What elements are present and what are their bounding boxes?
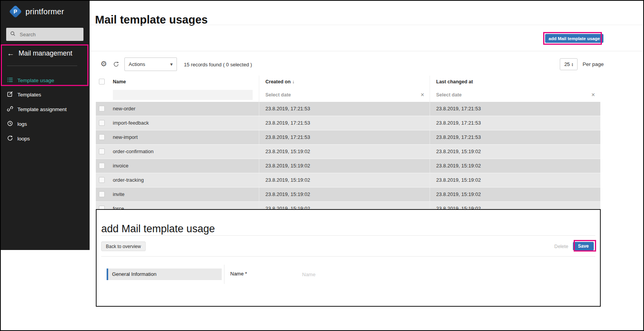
list-icon bbox=[7, 77, 13, 84]
sidebar-item-label: loops bbox=[17, 136, 30, 142]
row-changed: 23.8.2019, 17:21:53 bbox=[430, 102, 600, 116]
table-row[interactable]: import-feedback 23.8.2019, 17:21:53 23.8… bbox=[96, 116, 600, 130]
records-count-text: 15 records found ( 0 selected ) bbox=[184, 62, 252, 68]
row-created: 23.8.2019, 15:19:02 bbox=[259, 173, 430, 187]
row-name: invoice bbox=[109, 159, 259, 173]
row-checkbox[interactable] bbox=[99, 191, 105, 197]
column-header-name[interactable]: Name bbox=[109, 76, 259, 88]
table-row[interactable]: new-order 23.8.2019, 17:21:53 23.8.2019,… bbox=[96, 102, 600, 116]
clear-date-icon[interactable]: × bbox=[591, 92, 595, 98]
edit-icon bbox=[7, 91, 13, 98]
name-filter-input[interactable] bbox=[113, 90, 253, 100]
brand-name: printformer bbox=[25, 7, 64, 16]
table-filter-row: Select date × Select date × bbox=[96, 88, 600, 102]
sidebar-item-label: Templates bbox=[17, 92, 41, 98]
sidebar-item-label: Template usage bbox=[17, 78, 54, 83]
row-name: invite bbox=[109, 187, 259, 201]
row-checkbox[interactable] bbox=[99, 106, 105, 111]
date-filter-placeholder: Select date bbox=[265, 92, 291, 98]
back-arrow-icon: ← bbox=[7, 50, 14, 57]
modal-title: add Mail template usage bbox=[101, 223, 215, 235]
date-filter-placeholder: Select date bbox=[436, 92, 462, 98]
sort-desc-icon: ↓ bbox=[292, 79, 294, 84]
per-page-value: 25 bbox=[564, 61, 570, 67]
sidebar-item-templates[interactable]: Templates bbox=[7, 91, 41, 98]
row-changed: 23.8.2019, 15:19:02 bbox=[430, 145, 600, 159]
tab-general-information[interactable]: General Information bbox=[107, 269, 222, 280]
search-icon bbox=[10, 31, 15, 38]
last-changed-date-filter[interactable]: Select date × bbox=[430, 88, 600, 102]
column-header-last-changed[interactable]: Last changed at bbox=[430, 76, 600, 88]
row-created: 23.8.2019, 17:21:53 bbox=[259, 116, 430, 130]
name-field-label: Name * bbox=[230, 271, 247, 277]
modal-vertical-divider bbox=[224, 265, 224, 284]
table-row[interactable]: new-import 23.8.2019, 17:21:53 23.8.2019… bbox=[96, 130, 600, 145]
modal-divider bbox=[101, 256, 595, 257]
row-checkbox[interactable] bbox=[99, 134, 105, 140]
per-page-select[interactable]: 25 ▴▾ bbox=[560, 58, 578, 70]
row-checkbox[interactable] bbox=[99, 149, 105, 154]
row-name: new-order bbox=[109, 102, 259, 116]
brand: P printformer bbox=[11, 7, 64, 16]
toolbar-divider bbox=[90, 51, 643, 51]
sidebar-item-template-assignment[interactable]: Template assignment bbox=[7, 106, 67, 113]
add-mail-template-usage-modal: add Mail template usage Back to overview… bbox=[96, 209, 601, 307]
actions-dropdown[interactable]: Actions ▾ bbox=[124, 57, 177, 71]
row-created: 23.8.2019, 17:21:53 bbox=[259, 130, 430, 144]
sidebar-item-logs[interactable]: logs bbox=[7, 120, 27, 128]
row-checkbox[interactable] bbox=[99, 177, 105, 183]
row-created: 23.8.2019, 17:21:53 bbox=[259, 102, 430, 116]
back-label: Mail management bbox=[19, 49, 72, 57]
back-to-mail-management[interactable]: ← Mail management bbox=[7, 49, 72, 57]
sidebar-search[interactable] bbox=[6, 28, 83, 41]
sidebar-divider bbox=[7, 66, 77, 66]
per-page-label: Per page bbox=[583, 61, 604, 67]
stepper-icon: ▴▾ bbox=[572, 62, 573, 66]
sidebar-item-label: logs bbox=[17, 121, 27, 127]
delete-button[interactable]: Delete bbox=[552, 243, 571, 250]
printformer-logo-icon: P bbox=[9, 5, 22, 18]
app-window: P printformer ← Mail management Template… bbox=[0, 0, 644, 331]
row-name: order-tracking bbox=[109, 173, 259, 187]
row-changed: 23.8.2019, 15:19:02 bbox=[430, 159, 600, 173]
row-changed: 23.8.2019, 15:19:02 bbox=[430, 187, 600, 201]
search-input[interactable] bbox=[19, 31, 80, 38]
sidebar-item-template-usage[interactable]: Template usage bbox=[7, 77, 54, 84]
mail-template-table: Name Created on↓ Last changed at Select … bbox=[96, 76, 600, 216]
row-name: order-confirmation bbox=[109, 145, 259, 159]
settings-gear-icon[interactable]: ⚙ bbox=[100, 59, 107, 68]
table-header-row: Name Created on↓ Last changed at bbox=[96, 76, 600, 88]
row-name: import-feedback bbox=[109, 116, 259, 130]
row-created: 23.8.2019, 15:19:02 bbox=[259, 145, 430, 159]
name-field[interactable] bbox=[301, 269, 587, 280]
chevron-down-icon: ▾ bbox=[170, 61, 173, 67]
row-created: 23.8.2019, 15:19:02 bbox=[259, 187, 430, 201]
row-changed: 23.8.2019, 17:21:53 bbox=[430, 116, 600, 130]
save-button[interactable]: Save bbox=[573, 242, 594, 250]
table-row[interactable]: invite 23.8.2019, 15:19:02 23.8.2019, 15… bbox=[96, 187, 600, 202]
table-rows: new-order 23.8.2019, 17:21:53 23.8.2019,… bbox=[96, 102, 600, 216]
row-name: new-import bbox=[109, 130, 259, 144]
link-icon bbox=[7, 106, 13, 113]
row-checkbox[interactable] bbox=[99, 120, 105, 126]
modal-divider bbox=[101, 235, 595, 236]
refresh-icon[interactable] bbox=[113, 61, 119, 69]
row-changed: 23.8.2019, 15:19:02 bbox=[430, 173, 600, 187]
add-mail-template-usage-button[interactable]: add Mail template usage bbox=[545, 34, 603, 43]
sidebar-item-loops[interactable]: loops bbox=[7, 135, 30, 142]
table-row[interactable]: order-confirmation 23.8.2019, 15:19:02 2… bbox=[96, 145, 600, 159]
created-on-date-filter[interactable]: Select date × bbox=[259, 88, 430, 102]
header-divider bbox=[90, 25, 643, 25]
row-changed: 23.8.2019, 17:21:53 bbox=[430, 130, 600, 144]
select-all-checkbox[interactable] bbox=[99, 79, 105, 84]
clear-date-icon[interactable]: × bbox=[421, 92, 424, 98]
table-row[interactable]: order-tracking 23.8.2019, 15:19:02 23.8.… bbox=[96, 173, 600, 187]
sidebar: P printformer ← Mail management Template… bbox=[1, 1, 90, 250]
actions-dropdown-label: Actions bbox=[129, 61, 145, 67]
back-to-overview-button[interactable]: Back to overview bbox=[101, 241, 146, 251]
sidebar-item-label: Template assignment bbox=[17, 106, 67, 112]
row-checkbox[interactable] bbox=[99, 163, 105, 169]
table-row[interactable]: invoice 23.8.2019, 15:19:02 23.8.2019, 1… bbox=[96, 159, 600, 173]
loop-icon bbox=[7, 135, 13, 142]
column-header-created-on[interactable]: Created on↓ bbox=[259, 76, 430, 88]
